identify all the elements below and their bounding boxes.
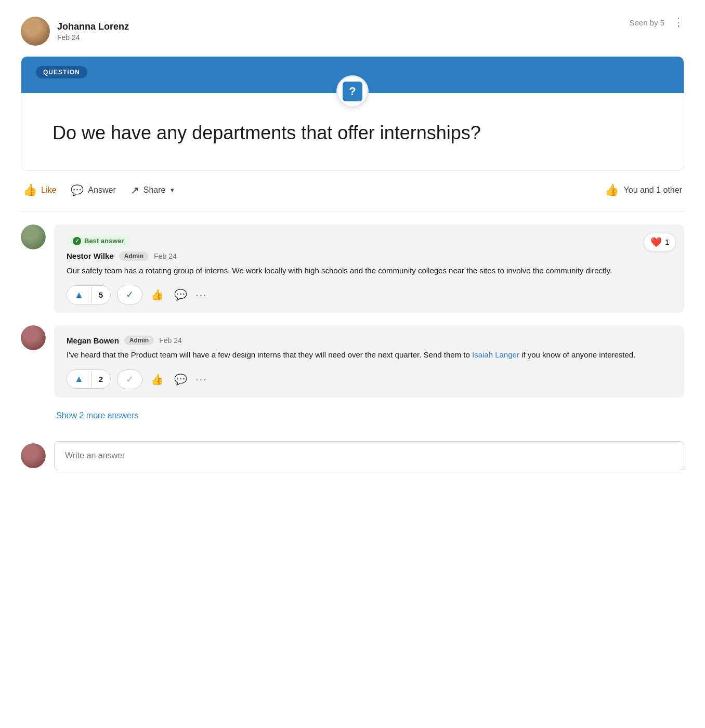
like-thumb-icon: 👍	[23, 183, 37, 197]
answer-2-author-row: Megan Bowen Admin Feb 24	[67, 336, 672, 345]
answer-2-row: Megan Bowen Admin Feb 24 I've heard that…	[21, 325, 684, 398]
heart-badge: ❤️ 1	[644, 233, 676, 252]
post-header: Johanna Lorenz Feb 24 Seen by 5 ⋮	[21, 17, 684, 46]
like-count-thumb-icon: 👍	[605, 183, 619, 197]
answer-icon: 💬	[71, 184, 84, 196]
question-badge-label: QUESTION	[36, 66, 87, 78]
like-label: Like	[41, 186, 56, 195]
more-options-icon[interactable]: ⋮	[673, 17, 684, 28]
heart-icon: ❤️	[650, 236, 662, 248]
write-answer-input[interactable]	[54, 441, 684, 470]
answer-1-bubble: ✓ Best answer ❤️ 1 Nestor Wilke Admin Fe…	[54, 224, 684, 313]
answer-1-date: Feb 24	[154, 252, 177, 260]
mention-link[interactable]: Isaiah Langer	[472, 350, 519, 359]
action-bar: 👍 Like 💬 Answer ↗ Share ▾ 👍 You and 1 ot…	[21, 183, 684, 197]
share-button[interactable]: ↗ Share ▾	[130, 184, 175, 196]
header-right: Seen by 5 ⋮	[629, 17, 684, 28]
answer-2-more-icon[interactable]: ···	[195, 373, 207, 385]
answer-1-mark-best-button[interactable]: ✓	[117, 285, 142, 305]
question-card: QUESTION Do we have any departments that…	[21, 56, 684, 171]
answer-1-more-icon[interactable]: ···	[195, 289, 207, 301]
current-user-avatar	[21, 443, 46, 468]
answer-1-vote-row: ▲ 5 ✓ 👍 💬 ···	[67, 285, 672, 305]
answer-1-avatar	[21, 224, 46, 249]
answer-1-like-icon-button[interactable]: 👍	[149, 286, 166, 303]
answer-2-vote-count: 2	[91, 371, 110, 387]
answer-2-vote-row: ▲ 2 ✓ 👍 💬 ···	[67, 369, 672, 389]
like-count-label: You and 1 other	[624, 186, 682, 195]
like-button[interactable]: 👍 Like	[23, 183, 56, 197]
post-date: Feb 24	[57, 33, 129, 42]
seen-by-label: Seen by 5	[629, 18, 664, 27]
best-answer-label: Best answer	[84, 237, 124, 245]
answer-1-comment-icon-button[interactable]: 💬	[172, 286, 189, 303]
answer-2-text: I've heard that the Product team will ha…	[67, 349, 672, 361]
question-banner: QUESTION	[21, 57, 684, 93]
question-icon	[343, 82, 362, 101]
answer-2-bubble: Megan Bowen Admin Feb 24 I've heard that…	[54, 325, 684, 398]
best-answer-badge: ✓ Best answer	[67, 235, 130, 247]
best-answer-check-icon: ✓	[73, 237, 81, 245]
answer-2-author: Megan Bowen	[67, 336, 119, 345]
answer-2-like-icon-button[interactable]: 👍	[149, 371, 166, 388]
action-bar-left: 👍 Like 💬 Answer ↗ Share ▾	[23, 183, 174, 197]
answer-1-author-row: Nestor Wilke Admin Feb 24	[67, 252, 672, 261]
post-header-left: Johanna Lorenz Feb 24	[21, 17, 129, 46]
write-answer-row	[21, 441, 684, 470]
share-icon: ↗	[130, 184, 139, 196]
answer-1-text: Our safety team has a rotating group of …	[67, 265, 672, 277]
answer-1-vote-btn[interactable]: ▲ 5	[67, 285, 111, 305]
share-chevron-icon: ▾	[171, 186, 174, 194]
action-bar-right: 👍 You and 1 other	[605, 183, 682, 197]
answer-1-role-badge: Admin	[119, 252, 149, 261]
answer-row: ✓ Best answer ❤️ 1 Nestor Wilke Admin Fe…	[21, 224, 684, 313]
answers-section: ✓ Best answer ❤️ 1 Nestor Wilke Admin Fe…	[21, 224, 684, 402]
divider	[21, 211, 684, 212]
answer-2-mark-best-button[interactable]: ✓	[117, 369, 142, 389]
mark-best-check-icon: ✓	[126, 289, 134, 300]
upvote-arrow-icon-2: ▲	[74, 374, 84, 385]
answer-2-upvote-button[interactable]: ▲	[67, 370, 91, 388]
answer-label: Answer	[88, 186, 115, 195]
answer-button[interactable]: 💬 Answer	[71, 184, 115, 196]
heart-count: 1	[665, 238, 669, 246]
mark-best-check-icon-2: ✓	[126, 374, 134, 385]
share-label: Share	[143, 186, 166, 195]
answer-1-vote-count: 5	[91, 287, 110, 303]
upvote-arrow-icon: ▲	[74, 289, 84, 300]
answer-2-role-badge: Admin	[124, 336, 154, 345]
author-info: Johanna Lorenz Feb 24	[57, 21, 129, 42]
answer-1-author: Nestor Wilke	[67, 252, 114, 260]
author-name: Johanna Lorenz	[57, 21, 129, 32]
answer-2-avatar	[21, 325, 46, 350]
show-more-answers-button[interactable]: Show 2 more answers	[56, 411, 138, 420]
author-avatar	[21, 17, 50, 46]
answer-2-vote-btn[interactable]: ▲ 2	[67, 369, 111, 389]
question-icon-circle	[336, 75, 369, 108]
answer-2-comment-icon-button[interactable]: 💬	[172, 371, 189, 388]
question-text: Do we have any departments that offer in…	[53, 121, 652, 145]
answer-1-upvote-button[interactable]: ▲	[67, 286, 91, 304]
answer-2-date: Feb 24	[159, 336, 182, 345]
